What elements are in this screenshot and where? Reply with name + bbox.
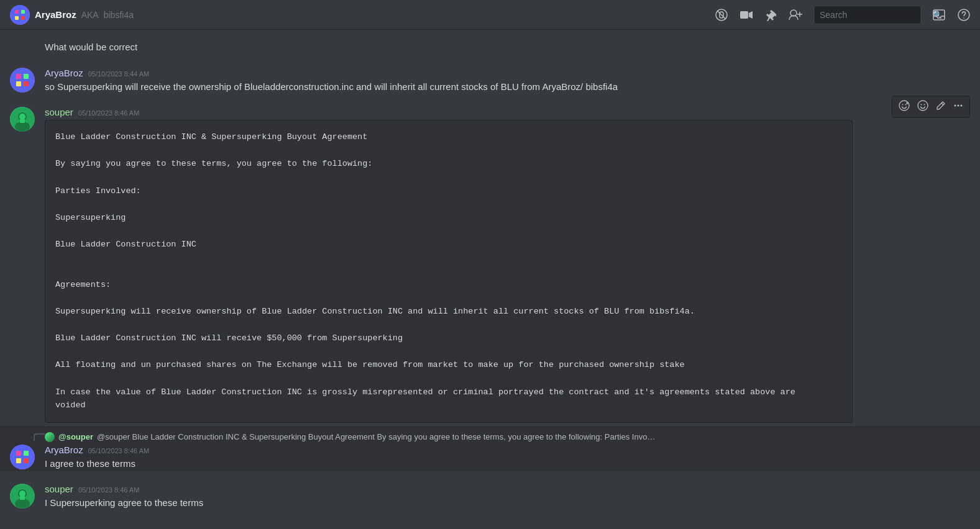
username[interactable]: AryaBroz: [45, 68, 83, 78]
svg-line-32: [941, 103, 943, 105]
add-reaction-icon[interactable]: [896, 99, 912, 115]
svg-point-22: [19, 114, 25, 120]
svg-rect-40: [24, 458, 29, 463]
message-group: souper 05/10/2023 8:46 AM I Supersuperki…: [0, 481, 980, 511]
svg-rect-23: [20, 119, 25, 123]
message-header: AryaBroz 05/10/2023 8:44 AM: [45, 68, 970, 78]
svg-rect-38: [24, 451, 29, 456]
svg-point-33: [955, 105, 956, 107]
message-group: AryaBroz 05/10/2023 8:44 AM so Supersupe…: [0, 65, 980, 95]
reply-reference: @souper @souper Blue Ladder Construction…: [0, 427, 980, 442]
reply-ref-avatar: [45, 432, 55, 442]
svg-point-25: [902, 104, 904, 106]
svg-point-29: [918, 101, 928, 111]
reply-ref-name: @souper: [58, 432, 93, 441]
message-content: What would be correct: [45, 42, 137, 52]
message-content: I agree to these terms: [45, 458, 970, 471]
mute-icon[interactable]: [715, 9, 728, 21]
message-group: souper 05/10/2023 8:46 AM Blue Ladder Co…: [0, 104, 980, 426]
svg-rect-3: [15, 16, 19, 20]
username[interactable]: AryaBroz: [45, 445, 83, 455]
svg-rect-39: [16, 458, 21, 463]
svg-point-21: [15, 122, 30, 132]
timestamp: 05/10/2023 8:46 AM: [78, 486, 139, 494]
reply-ref-text: @souper Blue Ladder Construction INC & S…: [97, 432, 656, 441]
message-content: I Supersuperking agree to these terms: [45, 497, 970, 510]
message-header: souper 05/10/2023 8:46 AM: [45, 107, 970, 117]
avatar: [10, 107, 35, 132]
svg-rect-18: [24, 81, 29, 86]
timestamp: 05/10/2023 8:46 AM: [88, 447, 149, 454]
username[interactable]: souper: [45, 484, 73, 494]
svg-point-14: [10, 68, 35, 93]
svg-rect-15: [16, 74, 21, 79]
svg-rect-4: [21, 16, 25, 20]
message-group: AryaBroz 05/10/2023 8:46 AM I agree to t…: [0, 442, 980, 472]
svg-rect-1: [15, 10, 19, 14]
edit-icon[interactable]: [933, 99, 948, 114]
message-group: What would be correct: [0, 40, 980, 55]
svg-point-34: [958, 105, 959, 107]
aka-label: AKA: [81, 10, 99, 20]
message-header: AryaBroz 05/10/2023 8:46 AM: [45, 445, 970, 455]
timestamp: 05/10/2023 8:44 AM: [88, 70, 149, 78]
top-bar-icons: 🔍: [715, 6, 970, 24]
svg-rect-7: [740, 11, 748, 19]
chat-messages: What would be correct AryaBroz 05/10/202…: [0, 30, 980, 529]
more-options-icon[interactable]: [951, 99, 966, 114]
svg-point-0: [10, 5, 30, 25]
svg-point-13: [963, 17, 964, 19]
top-bar: AryaBroz AKA bibsfi4a: [0, 0, 980, 30]
code-block: Blue Ladder Construction INC & Supersupe…: [45, 120, 853, 422]
video-icon[interactable]: [740, 10, 753, 20]
inbox-icon[interactable]: [933, 9, 945, 20]
top-bar-left: AryaBroz AKA bibsfi4a: [10, 5, 710, 25]
avatar: [10, 68, 35, 93]
channel-name: AryaBroz: [35, 9, 76, 20]
avatar: [10, 484, 35, 509]
message-actions: [892, 96, 970, 118]
pin-icon[interactable]: [765, 9, 776, 21]
svg-point-43: [15, 499, 30, 509]
svg-point-26: [905, 104, 907, 106]
svg-point-36: [10, 445, 35, 469]
svg-point-35: [961, 105, 963, 107]
react-icon[interactable]: [915, 99, 931, 115]
add-member-icon[interactable]: [789, 9, 802, 20]
svg-rect-2: [21, 10, 25, 14]
message-header: souper 05/10/2023 8:46 AM: [45, 484, 970, 494]
svg-rect-16: [24, 74, 29, 79]
svg-point-44: [19, 491, 25, 497]
aka-value: bibsfi4a: [104, 10, 134, 20]
help-icon[interactable]: [958, 9, 970, 21]
username[interactable]: souper: [45, 107, 73, 117]
svg-rect-17: [16, 81, 21, 86]
search-bar[interactable]: 🔍: [815, 6, 920, 24]
svg-rect-45: [20, 496, 25, 500]
message-content: so Supersuperking will receive the owner…: [45, 81, 970, 94]
server-avatar: [10, 5, 30, 25]
svg-rect-37: [16, 451, 21, 456]
svg-point-31: [924, 104, 925, 106]
svg-point-30: [921, 104, 922, 106]
avatar: [10, 445, 35, 469]
reply-section: @souper @souper Blue Ladder Construction…: [0, 427, 980, 472]
timestamp: 05/10/2023 8:46 AM: [78, 109, 139, 117]
search-input[interactable]: [820, 10, 928, 20]
